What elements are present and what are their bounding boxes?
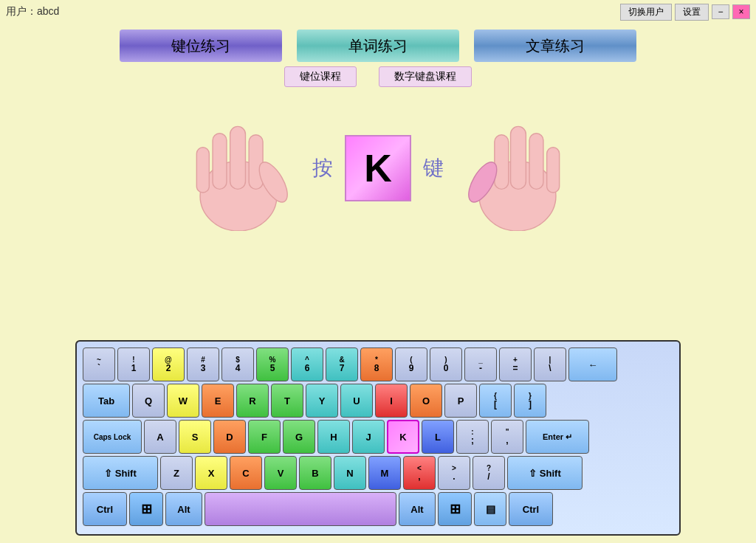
right-hand-icon (458, 106, 577, 231)
key-9[interactable]: (9 (395, 347, 427, 381)
win-icon-right: ⊞ (450, 501, 461, 517)
key-r[interactable]: R (236, 384, 269, 418)
key-8[interactable]: *8 (360, 347, 393, 381)
user-label: 用户： (6, 5, 37, 17)
svg-rect-3 (230, 126, 246, 189)
key-capslock[interactable]: Caps Lock (83, 420, 142, 454)
key-m[interactable]: M (368, 456, 401, 490)
key-c[interactable]: C (230, 456, 262, 490)
svg-rect-7 (495, 135, 509, 190)
key-backslash[interactable]: |\ (534, 347, 566, 381)
key-g[interactable]: G (283, 420, 315, 454)
key-u[interactable]: U (340, 384, 373, 418)
svg-rect-10 (547, 148, 560, 193)
key-enter[interactable]: Enter ↵ (526, 420, 589, 454)
nav-tabs: 键位练习 单词练习 文章练习 (0, 30, 756, 62)
numpad-course-button[interactable]: 数字键盘课程 (379, 66, 472, 87)
key-menu[interactable]: ▤ (474, 492, 506, 526)
key-s[interactable]: S (179, 420, 211, 454)
key-lbracket[interactable]: {[ (479, 384, 512, 418)
keyboard-course-button[interactable]: 键位课程 (284, 66, 357, 87)
svg-rect-4 (249, 135, 263, 190)
key-l[interactable]: L (422, 420, 454, 454)
keyboard: ~` !1 @2 #3 $4 %5 ^6 &7 *8 (9 )0 _- += |… (75, 340, 681, 536)
key-alt-left[interactable]: Alt (165, 492, 202, 526)
key-slash[interactable]: ?/ (472, 456, 505, 490)
key-tilde[interactable]: ~` (83, 347, 115, 381)
key-ctrl-left[interactable]: Ctrl (83, 492, 127, 526)
svg-rect-2 (213, 134, 227, 190)
key-0[interactable]: )0 (430, 347, 462, 381)
svg-rect-1 (196, 148, 209, 193)
tab-article-practice[interactable]: 文章练习 (474, 30, 636, 62)
key-x[interactable]: X (195, 456, 227, 490)
svg-rect-8 (511, 126, 526, 189)
key-win-left[interactable]: ⊞ (129, 492, 163, 526)
key-rbracket[interactable]: }] (514, 384, 546, 418)
key-2[interactable]: @2 (152, 347, 185, 381)
keyboard-row-5: Ctrl ⊞ Alt Alt ⊞ ▤ Ctrl (83, 492, 673, 526)
prompt-pre: 按 (312, 154, 333, 182)
key-i[interactable]: I (375, 384, 408, 418)
right-hand-container (444, 102, 591, 235)
key-equals[interactable]: += (499, 347, 532, 381)
key-z[interactable]: Z (160, 456, 193, 490)
left-hand-container (165, 102, 312, 235)
key-e[interactable]: E (202, 384, 234, 418)
key-ctrl-right[interactable]: Ctrl (509, 492, 553, 526)
key-alt-right[interactable]: Alt (399, 492, 436, 526)
key-comma[interactable]: <, (403, 456, 436, 490)
key-f[interactable]: F (248, 420, 281, 454)
key-o[interactable]: O (410, 384, 442, 418)
key-semicolon[interactable]: :; (456, 420, 489, 454)
key-p[interactable]: P (444, 384, 477, 418)
svg-rect-9 (529, 134, 543, 190)
key-y[interactable]: Y (306, 384, 338, 418)
sub-nav: 键位课程 数字键盘课程 (0, 66, 756, 87)
key-w[interactable]: W (167, 384, 199, 418)
key-prompt: 按 K 键 (312, 135, 444, 201)
tab-keyboard-practice[interactable]: 键位练习 (120, 30, 282, 62)
close-button[interactable]: × (732, 4, 750, 19)
key-v[interactable]: V (264, 456, 297, 490)
key-quote[interactable]: ", (491, 420, 523, 454)
titlebar: 用户：abcd 切换用户 设置 − × (0, 0, 756, 24)
key-space[interactable] (205, 492, 396, 526)
key-win-right[interactable]: ⊞ (438, 492, 472, 526)
left-hand-icon (179, 106, 298, 231)
prompt-post: 键 (423, 154, 444, 182)
keyboard-row-2: Tab Q W E R T Y U I O P {[ }] (83, 384, 673, 418)
key-b[interactable]: B (299, 456, 331, 490)
key-7[interactable]: &7 (326, 347, 358, 381)
key-t[interactable]: T (271, 384, 303, 418)
key-3[interactable]: #3 (187, 347, 219, 381)
key-a[interactable]: A (144, 420, 176, 454)
switch-user-button[interactable]: 切换用户 (620, 4, 672, 21)
key-shift-right[interactable]: ⇧ Shift (507, 456, 583, 490)
key-4[interactable]: $4 (221, 347, 254, 381)
key-period[interactable]: >. (438, 456, 470, 490)
username: abcd (37, 5, 59, 17)
key-5[interactable]: %5 (256, 347, 289, 381)
user-info: 用户：abcd (6, 5, 59, 18)
key-shift-left[interactable]: ⇧ Shift (83, 456, 158, 490)
key-k[interactable]: K (387, 420, 419, 454)
key-6[interactable]: ^6 (291, 347, 323, 381)
key-d[interactable]: D (213, 420, 246, 454)
keyboard-row-3: Caps Lock A S D F G H J K L :; ", Enter … (83, 420, 673, 454)
key-j[interactable]: J (352, 420, 385, 454)
key-backspace[interactable]: ← (568, 347, 617, 381)
key-tab[interactable]: Tab (83, 384, 130, 418)
menu-icon: ▤ (486, 503, 495, 515)
key-1[interactable]: !1 (117, 347, 150, 381)
key-n[interactable]: N (334, 456, 366, 490)
key-minus[interactable]: _- (464, 347, 497, 381)
tab-word-practice[interactable]: 单词练习 (297, 30, 459, 62)
key-h[interactable]: H (317, 420, 350, 454)
keyboard-row-4: ⇧ Shift Z X C V B N M <, >. ?/ ⇧ Shift (83, 456, 673, 490)
minimize-button[interactable]: − (712, 4, 729, 19)
key-q[interactable]: Q (132, 384, 165, 418)
main-area: 按 K 键 (0, 94, 756, 242)
settings-button[interactable]: 设置 (675, 4, 709, 21)
keyboard-row-1: ~` !1 @2 #3 $4 %5 ^6 &7 *8 (9 )0 _- += |… (83, 347, 673, 381)
